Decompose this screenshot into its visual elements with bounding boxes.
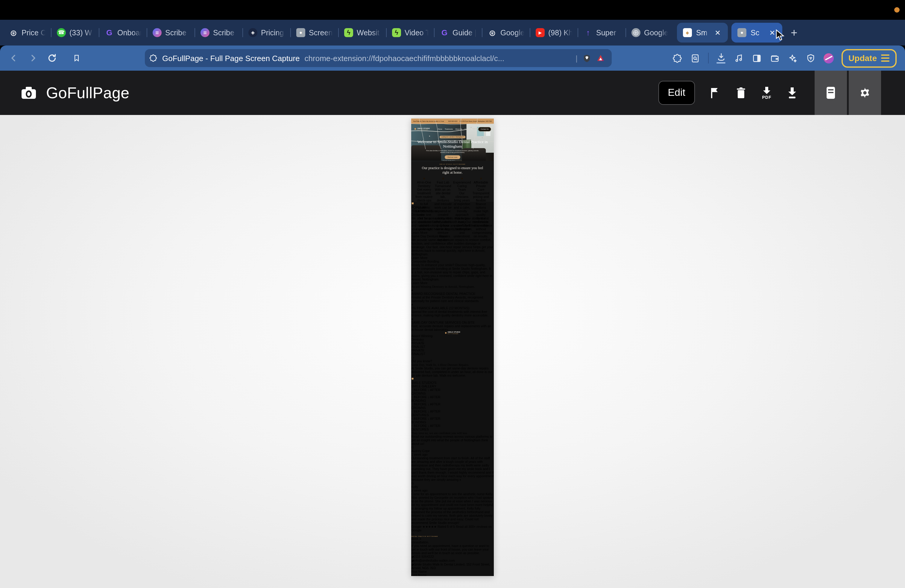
treatment-text: Ready to enhance your smile? Discover hi…: [411, 263, 494, 281]
update-button[interactable]: Update: [841, 49, 897, 67]
form-input: Last Name: [411, 574, 494, 576]
browser-tab[interactable]: Video T: [387, 20, 434, 46]
browser-tab[interactable]: Super: [578, 20, 626, 46]
tab-favicon-icon: [392, 28, 401, 37]
browser-tab[interactable]: Google: [626, 20, 673, 46]
reviewer-name: Audrey Cope: [411, 450, 494, 453]
browser-tab-hovered[interactable]: Sm ✕: [677, 23, 728, 43]
delete-button[interactable]: [736, 87, 746, 99]
browser-tab[interactable]: Onboar: [99, 20, 147, 46]
tab-label: Scribe: [165, 29, 189, 37]
browser-tab[interactable]: Guide |: [435, 20, 482, 46]
before-label: BEFORE: [414, 424, 427, 427]
after-label: AFTER: [430, 388, 441, 392]
gallery-tile-category: BONDING: [411, 421, 494, 424]
award-item-text: Fast, accurate denture repairs and repla…: [411, 324, 494, 331]
tab-label: (98) Kh: [548, 29, 572, 37]
files-list-toggle[interactable]: [814, 71, 847, 115]
forward-button[interactable]: [27, 53, 38, 64]
practice-card-title: All-in-One Dentistry: [415, 181, 433, 188]
before-label: BEFORE: [414, 403, 427, 406]
site-nav-link: About Us: [456, 128, 462, 130]
after-label: AFTER: [430, 410, 441, 413]
before-label: BEFORE: [414, 388, 427, 392]
flag-button[interactable]: [709, 87, 720, 99]
site-nav-link: Contact Us: [464, 128, 472, 130]
tab-favicon-icon: [200, 28, 210, 37]
gallery-tile: ↑ BEFORE ↓ AFTER BONDING: [411, 417, 494, 424]
treatment-learn-more: Learn More: [411, 281, 428, 284]
extensions-icon[interactable]: [672, 53, 682, 63]
downloads-icon[interactable]: [716, 53, 726, 64]
browser-tab[interactable]: (33) W: [51, 20, 99, 46]
download-image-button[interactable]: [787, 87, 797, 99]
award-title: Award Winning Dentistry in Arnold, Notti…: [411, 285, 494, 288]
browser-tab[interactable]: Screen: [291, 20, 338, 46]
browser-tab[interactable]: Websit: [339, 20, 386, 46]
screenshot-preview: New Patients: Same day denture repairs i…: [411, 119, 494, 576]
google-brand: Google: [411, 525, 421, 528]
before-chip: ↑ BEFORE: [411, 388, 427, 392]
bookmark-icon[interactable]: [72, 54, 81, 62]
after-chip: ↓ AFTER: [428, 388, 441, 392]
back-button[interactable]: [8, 53, 19, 64]
award-item-title: AWARD RECOGNISED DENTAL PRACTICE: [411, 292, 494, 296]
settings-gear-button[interactable]: [849, 71, 881, 115]
certificate-bottom-label: FINALIST: [411, 352, 494, 356]
after-label: AFTER: [430, 424, 441, 427]
site-nav-cta: Contact Us: [478, 127, 491, 131]
gallery-tile-category: DENTURES: [411, 413, 494, 417]
after-chip: ↓ AFTER: [428, 410, 441, 413]
vpn-shield-icon[interactable]: [805, 53, 816, 63]
wallet-icon[interactable]: [769, 53, 780, 63]
reload-button[interactable]: [47, 53, 57, 64]
site-nav-link: Treatments: [445, 128, 453, 130]
hero-subtitle: First class dentistry in Nottingham, kno…: [424, 150, 481, 154]
site-hero: SMILE STUDIONOTTINGHAM HomeTreatmentsAbo…: [411, 124, 494, 161]
treatment-card: Same Day Denture Repairs We provide same…: [411, 234, 494, 259]
brave-shield-icon[interactable]: [583, 54, 591, 63]
browser-tab[interactable]: Price C: [3, 20, 51, 46]
leo-ai-sparkle-icon[interactable]: [788, 53, 797, 63]
site-gallery-section: SMILE STUDIO'S SMILE GALLERY ↑ BEFORE: [411, 378, 494, 431]
award-item-title: SAME-DAY DENTURE SERVICES ON-SITE: [411, 321, 494, 324]
tab-label: Guide |: [452, 29, 476, 37]
contact-text: Smile Studio Walk-In Dental Limited, 152…: [411, 563, 490, 570]
tab-close-icon[interactable]: ✕: [713, 29, 722, 37]
enquiry-form: First NameLast NamePhoneE-mail What trea…: [411, 570, 494, 576]
extension-title: GoFullPage - Full Page Screen Capture: [162, 54, 300, 63]
app-title: GoFullPage: [46, 84, 130, 102]
browser-tab[interactable]: Scribe: [195, 20, 243, 46]
playlist-music-icon[interactable]: [734, 53, 744, 63]
browser-tab[interactable]: Scribe: [147, 20, 195, 46]
award-panel-line2: Dentistry: [411, 338, 494, 342]
after-chip: ↓ AFTER: [428, 417, 441, 420]
tab-favicon-icon: [57, 28, 66, 37]
tab-label: Google: [500, 29, 524, 37]
edit-button[interactable]: Edit: [658, 81, 695, 105]
award-item: ● 0% FINANCE AVAILABLE (12 MONTHS) Sprea…: [411, 303, 494, 317]
reviewer-name: Kelly: [411, 485, 494, 489]
tab-label: Price C: [22, 29, 46, 37]
sidebar-icon[interactable]: [751, 53, 762, 63]
practice-card: Fast Lab Turnaround With an on-site dent…: [434, 177, 452, 198]
after-chip: ↓ AFTER: [428, 396, 441, 399]
browser-tab[interactable]: (98) Kh: [530, 20, 578, 46]
pdf-label: PDF: [762, 95, 772, 99]
gallery-tile-category: DENTURES: [411, 428, 494, 431]
google-review-icon: G: [411, 446, 494, 450]
profile-avatar[interactable]: [823, 53, 834, 63]
tab-favicon-icon: [737, 28, 746, 37]
practice-card: Affordable Private Care Transparent pric…: [472, 177, 490, 198]
practice-card-text: Transparent pricing and flexible finance…: [472, 191, 490, 238]
address-bar[interactable]: GoFullPage - Full Page Screen Capture ch…: [145, 49, 612, 67]
new-tab-button[interactable]: +: [791, 26, 797, 39]
before-chip: ↑ BEFORE: [411, 396, 427, 399]
browser-tab[interactable]: Pricing: [243, 20, 290, 46]
browser-tab-active[interactable]: Sc ✕: [732, 23, 782, 43]
download-pdf-button[interactable]: PDF: [762, 86, 772, 99]
bat-rewards-icon[interactable]: [596, 54, 605, 63]
browser-tab[interactable]: Google: [483, 20, 530, 46]
search-page-icon[interactable]: [690, 53, 700, 63]
gofullpage-header: GoFullPage Edit PDF: [0, 71, 905, 115]
